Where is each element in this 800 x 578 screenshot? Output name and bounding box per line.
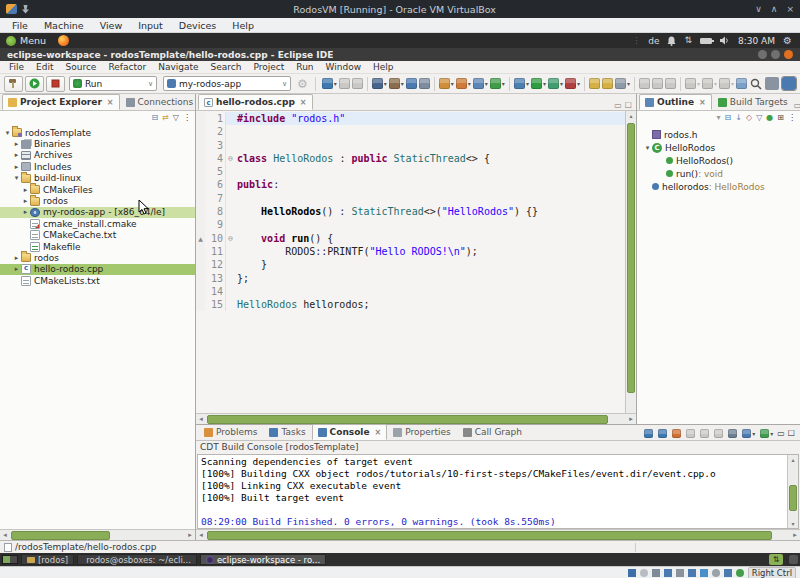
eclipse-menu-project[interactable]: Project (247, 62, 290, 72)
expander-icon[interactable]: ▸ (12, 151, 21, 159)
filters-icon[interactable]: ▽ (173, 114, 179, 122)
code-line-11[interactable]: 11 RODOS::PRINTF("Hello RODOS!\n"); (196, 245, 625, 258)
outline-item-rodos-h[interactable]: rodos.h (637, 128, 800, 141)
code-line-6[interactable]: 6public: (196, 178, 625, 191)
eclipse-menu-help[interactable]: Help (367, 62, 400, 72)
code-line-3[interactable]: 3 (196, 139, 625, 152)
outline-tab-outline[interactable]: Outline× (639, 94, 712, 110)
code-line-10[interactable]: ▲10⊖ void run() { (196, 232, 625, 245)
pin-console-icon[interactable] (727, 429, 738, 438)
vbox-menu-input[interactable]: Input (130, 20, 171, 31)
minimize-view-icon[interactable]: ▭ (794, 101, 800, 110)
expander-icon[interactable]: ▾ (12, 174, 21, 182)
console-tab-properties[interactable]: Properties (387, 424, 456, 440)
console-hscrollbar[interactable]: ◂ ▸ (196, 529, 800, 540)
code-line-1[interactable]: 1#include "rodos.h" (196, 112, 625, 125)
console-tab-tasks[interactable]: Tasks (263, 424, 311, 440)
code-line-15[interactable]: 15HelloRodos hellorodos; (196, 298, 625, 311)
workspace-switcher[interactable] (2, 555, 18, 564)
maximize-view-icon[interactable]: ☐ (625, 101, 632, 110)
launch-mode-combo[interactable]: Run ∨ (69, 76, 157, 91)
taskbar-item-rodos-osboxes-ecli[interactable]: rodos@osboxes: ~/ecli... (77, 554, 197, 565)
profile-icon[interactable]: ▾ (564, 78, 581, 89)
remove-launch-icon[interactable] (671, 429, 682, 438)
optical-disc-icon[interactable] (640, 569, 648, 577)
code-line-7[interactable]: 7 (196, 192, 625, 205)
keyboard-layout-indicator[interactable]: de (648, 36, 659, 46)
outline-item-hellorodos[interactable]: HelloRodos() (637, 154, 800, 167)
taskbar-item-eclipse-workspace-ro[interactable]: eclipse-workspace - ro... (200, 554, 326, 565)
maximize-button[interactable] (771, 50, 780, 59)
scrollbar-thumb[interactable] (207, 415, 608, 424)
stop-button[interactable] (46, 76, 65, 92)
project-explorer-hscrollbar[interactable]: ◂ ▸ (0, 529, 195, 540)
expander-icon[interactable]: ▾ (3, 129, 12, 137)
features-icon[interactable] (724, 569, 732, 577)
expander-icon[interactable]: ▸ (12, 140, 21, 148)
previous-annotation-icon[interactable] (657, 429, 668, 438)
tree-item-rodos[interactable]: ▸rodos (0, 195, 195, 206)
eclipse-menu-search[interactable]: Search (205, 62, 248, 72)
expander-icon[interactable]: ▸ (12, 265, 21, 273)
usb-icon[interactable] (676, 569, 684, 577)
link-with-editor-icon[interactable]: ⊞ (777, 114, 784, 122)
recording-icon[interactable] (712, 569, 720, 577)
outline-item-hellorodos[interactable]: ▾CHelloRodos (637, 141, 800, 154)
tree-item-rodostemplate[interactable]: ▾rodosTemplate (0, 127, 195, 138)
code-line-2[interactable]: 2 (196, 125, 625, 138)
outline-item-hellorodos[interactable]: hellorodos : HelloRodos (637, 180, 800, 193)
shared-folders-icon[interactable] (688, 569, 696, 577)
battery-icon[interactable] (700, 38, 712, 44)
taskbar-item-rodos[interactable]: [rodos] (21, 554, 74, 565)
new-editor-window-icon[interactable] (735, 78, 748, 89)
vbox-menu-file[interactable]: File (4, 20, 36, 31)
editor-hscrollbar[interactable]: ◂ ▸ (196, 413, 636, 424)
vbox-menu-machine[interactable]: Machine (36, 20, 92, 31)
tree-item-my-rodos-app-x86-64-le[interactable]: ▸my-rodos-app - [x86_64/le] (0, 207, 195, 218)
launch-target-combo[interactable]: my-rodos-app ∨ (163, 76, 291, 91)
scrollbar-thumb[interactable] (11, 531, 110, 540)
scroll-up-icon[interactable]: ▴ (626, 112, 636, 119)
notifications-bell-icon[interactable] (667, 36, 676, 46)
fold-collapse-icon[interactable]: ⊖ (225, 232, 235, 245)
next-annotation-icon[interactable] (643, 429, 654, 438)
new-c-wizard-icon[interactable]: ▾ (438, 78, 455, 89)
expander-icon[interactable]: ▸ (21, 208, 30, 216)
scrollbar-thumb[interactable] (789, 485, 797, 511)
refresh-icon[interactable]: ▾ (489, 78, 506, 89)
expander-icon[interactable]: ▾ (643, 144, 652, 152)
mouse-integration-icon[interactable] (736, 569, 744, 577)
power-settings-icon[interactable]: ⚙ (783, 36, 792, 46)
run-icon[interactable]: ▾ (530, 78, 547, 89)
display-selected-console-icon[interactable]: ▾ (741, 429, 756, 438)
pin-icon[interactable] (22, 5, 29, 14)
tree-item-archives[interactable]: ▸Archives (0, 150, 195, 161)
console-output[interactable]: Scanning dependencies of target event[10… (198, 455, 787, 528)
editor-vscrollbar[interactable]: ▴ (625, 111, 636, 413)
tab-close-icon[interactable]: × (699, 98, 706, 107)
build-button[interactable] (4, 76, 23, 92)
eclipse-menu-edit[interactable]: Edit (30, 62, 59, 72)
debug-icon[interactable]: ▾ (513, 78, 530, 89)
new-file-icon[interactable]: ▾ (472, 78, 489, 89)
link-with-editor-icon[interactable]: ⇄ (162, 114, 169, 122)
scroll-left-icon[interactable]: ◂ (0, 531, 10, 539)
collapse-all-icon[interactable]: ⊟ (151, 114, 158, 122)
scroll-right-icon[interactable]: ▸ (185, 531, 195, 539)
firefox-icon[interactable] (58, 35, 69, 46)
mint-menu-button[interactable]: Menu (4, 33, 52, 48)
code-line-14[interactable]: 14 (196, 285, 625, 298)
open-console-icon[interactable] (405, 78, 418, 89)
annotations-icon[interactable]: ▾ (614, 78, 631, 89)
open-resource-icon[interactable] (601, 78, 614, 89)
tree-item-makefile[interactable]: Makefile (0, 241, 195, 252)
eclipse-menu-window[interactable]: Window (320, 62, 368, 72)
code-editor[interactable]: 1#include "rodos.h"234⊖class HelloRodos … (196, 111, 625, 413)
launch-config-gear-icon[interactable]: ⚙ (295, 78, 310, 90)
build-all-icon[interactable]: ▾ (371, 78, 388, 89)
tree-item-cmakelists-txt[interactable]: CMakeLists.txt (0, 275, 195, 286)
tree-item-cmakecache-txt[interactable]: CMakeCache.txt (0, 230, 195, 241)
vbox-menu-devices[interactable]: Devices (171, 20, 224, 31)
close-button[interactable] (784, 50, 793, 59)
new-class-icon[interactable]: ▾ (455, 78, 472, 89)
